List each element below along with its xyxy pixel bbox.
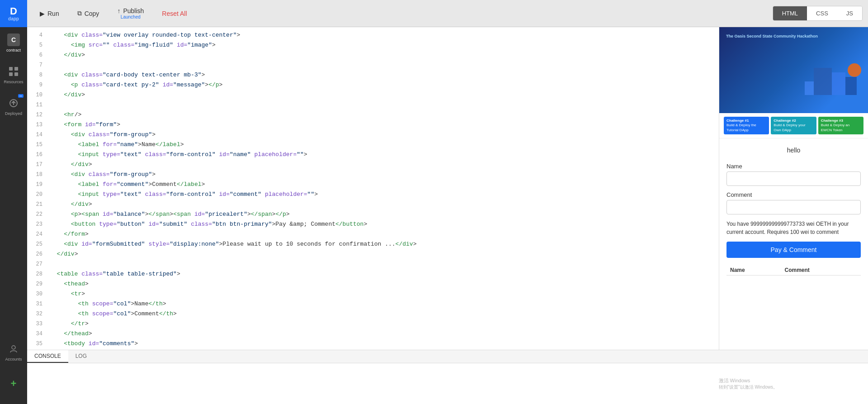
hero-illustration xyxy=(787,59,868,113)
copy-label: Copy xyxy=(85,10,99,17)
preview-name-label: Name xyxy=(726,163,861,170)
preview-content: hello Name Comment You have 999999999999… xyxy=(719,138,868,350)
code-line: 5 <img src="" class="img-fluid" id="imag… xyxy=(27,41,719,51)
publish-icon: ↑ xyxy=(117,7,120,14)
svg-rect-7 xyxy=(832,72,845,95)
line-content: </div> xyxy=(50,200,719,209)
code-line: 35 <tbody id="comments"> xyxy=(27,339,719,349)
resources-icon xyxy=(7,65,20,78)
main-area: ▶ Run ⧉ Copy ↑ Publish Launched Reset Al… xyxy=(27,0,868,404)
preview-comment-label: Comment xyxy=(726,191,861,198)
code-line: 15 <label for="name">Name</label> xyxy=(27,140,719,150)
line-number: 34 xyxy=(27,329,50,338)
code-line: 8 <div class="card-body text-center mb-3… xyxy=(27,71,719,81)
preview-name-group: Name xyxy=(726,163,861,186)
right-panel: The Oasis Second State Community Hackath… xyxy=(719,27,868,350)
svg-rect-10 xyxy=(805,81,814,95)
line-number: 27 xyxy=(27,260,50,269)
line-number: 35 xyxy=(27,339,50,348)
hello-text: hello xyxy=(726,143,861,157)
line-content: <tbody id="comments"> xyxy=(50,339,719,349)
line-content: <label for="comment">Comment</label> xyxy=(50,180,719,190)
accounts-icon xyxy=(7,342,20,355)
code-line: 30 <tr> xyxy=(27,290,719,299)
line-number: 11 xyxy=(27,100,50,109)
svg-point-9 xyxy=(848,63,861,77)
line-number: 10 xyxy=(27,90,50,100)
tab-css[interactable]: CSS xyxy=(807,6,837,20)
reset-button[interactable]: Reset All xyxy=(155,6,194,21)
tab-html[interactable]: HTML xyxy=(773,6,807,20)
sidebar-label-accounts: Accounts xyxy=(5,357,22,361)
publish-label: Publish xyxy=(123,7,144,14)
sidebar-item-deployed[interactable]: ••• Deployed xyxy=(0,90,27,122)
line-number: 18 xyxy=(27,170,50,179)
code-line: 24 </form> xyxy=(27,230,719,240)
code-line: 17 </div> xyxy=(27,160,719,170)
tab-console[interactable]: CONSOLE xyxy=(27,350,68,363)
code-line: 7 xyxy=(27,61,719,71)
line-content: </tr> xyxy=(50,319,719,329)
sidebar-label-contract: contract xyxy=(6,48,21,52)
line-number: 32 xyxy=(27,309,50,318)
line-number: 30 xyxy=(27,290,50,299)
svg-rect-2 xyxy=(9,72,13,76)
line-number: 24 xyxy=(27,230,50,239)
table-header-name: Name xyxy=(726,265,781,276)
challenge-3-badge: Challenge #3Build & Deploy an EWCN Token xyxy=(818,117,863,134)
publish-button[interactable]: ↑ Publish Launched xyxy=(110,5,151,21)
line-content: <table class="table table-striped"> xyxy=(50,270,719,279)
logo-sub: dapp xyxy=(8,16,19,21)
console-content xyxy=(27,363,868,404)
challenge-1-badge: Challenge #1Build & Deploy the Tutorial … xyxy=(724,117,769,134)
preview-comment-group: Comment xyxy=(726,191,861,214)
line-content: <div class="form-group"> xyxy=(50,130,719,140)
tab-log[interactable]: LOG xyxy=(68,350,94,363)
line-content: <div class="view overlay rounded-top tex… xyxy=(50,31,719,40)
line-number: 21 xyxy=(27,200,50,209)
code-editor[interactable]: 4 <div class="view overlay rounded-top t… xyxy=(27,27,719,350)
code-line: 31 <th scope="col">Name</th> xyxy=(27,299,719,309)
line-number: 23 xyxy=(27,220,50,229)
toolbar: ▶ Run ⧉ Copy ↑ Publish Launched Reset Al… xyxy=(27,0,868,27)
copy-button[interactable]: ⧉ Copy xyxy=(70,6,107,21)
code-line: 22 <p><span id="balance"></span><span id… xyxy=(27,210,719,220)
hackathon-title: The Oasis Second State Community Hackath… xyxy=(726,34,861,38)
sidebar-bottom: Accounts + xyxy=(0,336,27,404)
line-content: <thead> xyxy=(50,280,719,289)
pay-comment-button[interactable]: Pay & Comment xyxy=(726,242,861,258)
line-number: 19 xyxy=(27,180,50,189)
svg-rect-1 xyxy=(14,67,18,71)
line-content: <img src="" class="img-fluid" id="image"… xyxy=(50,41,719,50)
preview-name-input[interactable] xyxy=(726,171,861,186)
logo[interactable]: D dapp xyxy=(0,0,27,27)
sidebar-item-contract[interactable]: C contract xyxy=(0,27,27,59)
preview-comment-input[interactable] xyxy=(726,200,861,214)
svg-rect-3 xyxy=(14,72,18,76)
table-header-comment: Comment xyxy=(781,265,861,276)
sidebar-item-plus[interactable]: + xyxy=(0,368,27,399)
code-line: 10 </div> xyxy=(27,90,719,100)
line-number: 4 xyxy=(27,31,50,40)
code-line: 13 <form id="form"> xyxy=(27,120,719,130)
svg-point-5 xyxy=(12,346,15,349)
code-line: 26 </div> xyxy=(27,250,719,260)
plus-icon: + xyxy=(7,377,20,390)
line-content: <tr> xyxy=(50,290,719,299)
line-number: 33 xyxy=(27,319,50,328)
run-button[interactable]: ▶ Run xyxy=(33,6,66,21)
sidebar-item-accounts[interactable]: Accounts xyxy=(0,336,27,368)
sidebar-item-resources[interactable]: Resources xyxy=(0,59,27,90)
line-number: 20 xyxy=(27,190,50,199)
line-content: </div> xyxy=(50,51,719,60)
tab-js[interactable]: JS xyxy=(837,6,862,20)
contract-icon: C xyxy=(7,33,20,46)
line-number: 31 xyxy=(27,299,50,309)
sidebar: D dapp C contract Resources ••• Deployed xyxy=(0,0,27,404)
line-content: <hr/> xyxy=(50,110,719,120)
code-line: 20 <input type="text" class="form-contro… xyxy=(27,190,719,200)
line-content: <th scope="col">Comment</th> xyxy=(50,309,719,319)
editor-main: 4 <div class="view overlay rounded-top t… xyxy=(27,27,868,350)
code-line: 32 <th scope="col">Comment</th> xyxy=(27,309,719,319)
code-line: 16 <input type="text" class="form-contro… xyxy=(27,150,719,160)
